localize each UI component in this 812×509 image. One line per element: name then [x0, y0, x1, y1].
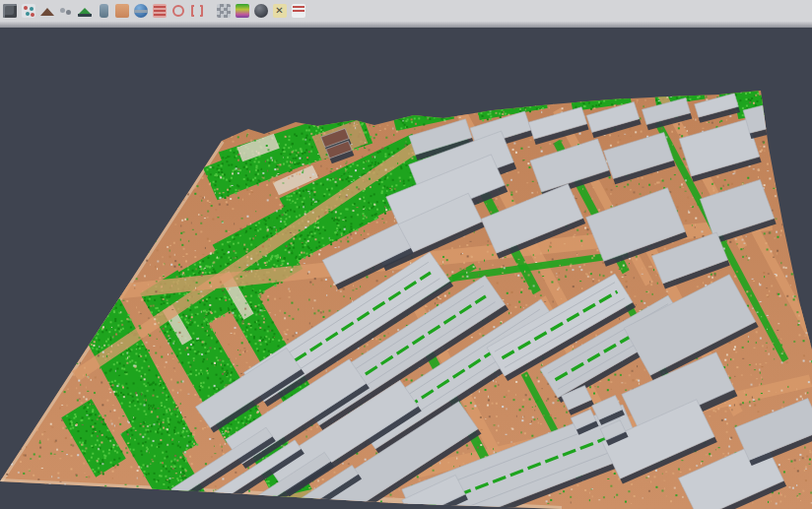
warning-tool-button[interactable]: ✕ — [271, 2, 289, 20]
crop-red-icon — [190, 4, 204, 18]
circle-red-icon — [171, 4, 185, 18]
report-button[interactable] — [290, 2, 307, 20]
mound-brown-icon — [40, 4, 54, 18]
stripes-wr-icon — [292, 4, 305, 18]
points-gray-icon — [59, 4, 73, 18]
3d-point-cloud-viewport[interactable] — [0, 28, 812, 509]
toolbar-gap — [206, 2, 214, 20]
colormap-icon — [236, 4, 249, 18]
application-window: ✕ — [0, 0, 812, 509]
square-orange-icon — [115, 4, 129, 18]
layer-stripes-button[interactable] — [151, 2, 169, 20]
orange-surface-button[interactable] — [113, 2, 131, 20]
points-color-icon — [22, 4, 35, 18]
column-tool-button[interactable] — [95, 2, 112, 20]
warn-yellow-icon: ✕ — [273, 4, 287, 18]
mound-green-icon — [78, 4, 92, 18]
stripes-red-icon — [153, 4, 167, 18]
viewport-container — [0, 28, 812, 509]
target-circle-button[interactable] — [169, 2, 187, 20]
terrain-brown-button[interactable] — [38, 2, 56, 20]
bar-blue-icon — [100, 4, 108, 18]
sphere-dark-icon — [254, 4, 268, 18]
checker-gray-icon — [217, 4, 231, 18]
terrain-green-button[interactable] — [76, 2, 94, 20]
colormap-button[interactable] — [234, 2, 251, 20]
colored-points-button[interactable] — [20, 2, 37, 20]
crop-selection-button[interactable] — [188, 2, 206, 20]
globe-blue-icon — [134, 4, 148, 18]
mesh-dark-icon — [3, 4, 17, 18]
checker-texture-button[interactable] — [215, 2, 233, 20]
main-toolbar: ✕ — [0, 0, 812, 22]
gray-points-button[interactable] — [57, 2, 75, 20]
globe-view-button[interactable] — [132, 2, 150, 20]
mesh-tool-button[interactable] — [1, 2, 19, 20]
dark-sphere-button[interactable] — [252, 2, 270, 20]
